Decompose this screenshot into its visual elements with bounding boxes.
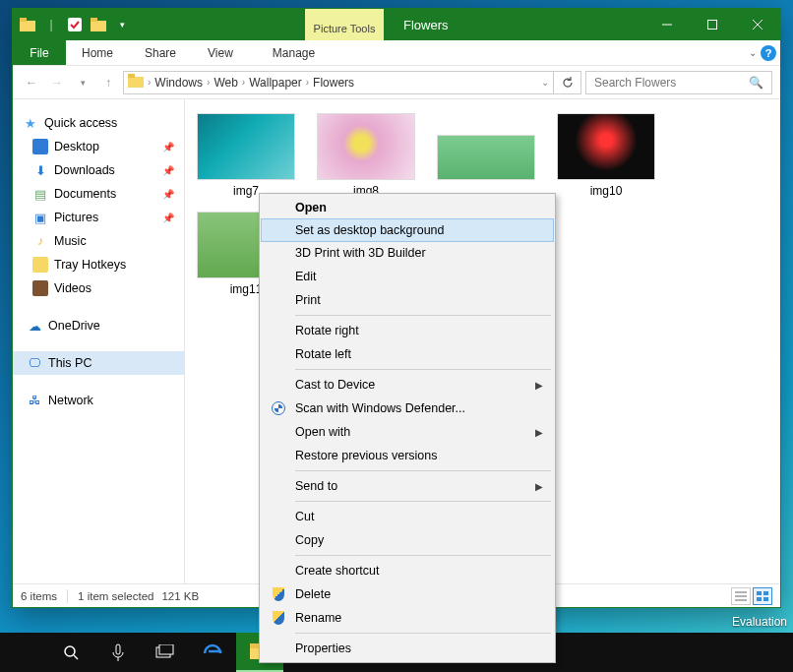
tab-view[interactable]: View — [192, 40, 249, 65]
address-bar[interactable]: › Windows › Web › Wallpaper › Flowers ⌄ — [123, 71, 554, 94]
sidebar-item-documents[interactable]: ▤Documents📌 — [13, 182, 184, 206]
thumbnails-view-button[interactable] — [753, 587, 772, 605]
shield-icon — [270, 609, 287, 627]
sidebar-item-music[interactable]: ♪Music — [13, 229, 184, 253]
sidebar-label: Pictures — [54, 211, 98, 224]
chevron-right-icon[interactable]: › — [148, 77, 151, 88]
refresh-button[interactable] — [554, 71, 581, 94]
svg-rect-4 — [91, 18, 97, 22]
cm-send-to[interactable]: Send to▶ — [262, 474, 553, 498]
picture-tools-tab[interactable]: Picture Tools — [305, 9, 384, 40]
cm-3d-print[interactable]: 3D Print with 3D Builder — [262, 241, 553, 265]
chevron-right-icon[interactable]: › — [207, 77, 210, 88]
thumbnail — [197, 113, 295, 180]
navigation-pane: ★ Quick access Desktop📌 ⬇Downloads📌 ▤Doc… — [13, 99, 185, 583]
start-button[interactable] — [0, 633, 47, 672]
sidebar-label: Music — [54, 234, 87, 248]
maximize-button[interactable] — [690, 9, 735, 40]
pin-icon: 📌 — [162, 142, 174, 153]
chevron-right-icon[interactable]: › — [242, 77, 245, 88]
cortana-icon[interactable] — [94, 633, 142, 672]
sidebar-item-downloads[interactable]: ⬇Downloads📌 — [13, 158, 184, 182]
cm-open[interactable]: Open — [262, 196, 553, 219]
onedrive[interactable]: ☁OneDrive — [13, 314, 184, 337]
crumb-web[interactable]: Web — [214, 76, 237, 90]
cm-rotate-right[interactable]: Rotate right — [262, 319, 553, 342]
ribbon-expand-icon[interactable]: ⌄ — [749, 47, 757, 58]
chevron-right-icon[interactable]: › — [306, 77, 309, 88]
up-button[interactable]: ↑ — [97, 72, 119, 93]
cm-rotate-left[interactable]: Rotate left — [262, 342, 553, 366]
music-icon: ♪ — [32, 233, 48, 249]
this-pc[interactable]: 🖵This PC — [13, 351, 184, 375]
cm-label: Cast to Device — [295, 378, 375, 392]
help-icon[interactable]: ? — [761, 45, 776, 61]
file-item[interactable]: img10 — [555, 113, 657, 198]
search-task-icon[interactable] — [47, 633, 94, 672]
cm-rename[interactable]: Rename — [262, 606, 553, 630]
pictures-icon: ▣ — [32, 210, 48, 225]
videos-icon — [32, 280, 48, 296]
sidebar-item-pictures[interactable]: ▣Pictures📌 — [13, 206, 184, 229]
cm-cut[interactable]: Cut — [262, 505, 553, 528]
svg-rect-26 — [250, 643, 259, 648]
edge-icon[interactable] — [189, 633, 236, 672]
pin-icon: 📌 — [162, 165, 174, 176]
crumb-windows[interactable]: Windows — [154, 76, 203, 90]
cm-create-shortcut[interactable]: Create shortcut — [262, 559, 553, 582]
address-dropdown-icon[interactable]: ⌄ — [541, 77, 549, 88]
svg-rect-17 — [757, 597, 762, 601]
forward-button[interactable]: → — [46, 72, 68, 93]
context-menu: Open Set as desktop background 3D Print … — [259, 193, 556, 663]
file-item[interactable]: img8 — [315, 113, 417, 198]
cloud-icon: ☁ — [27, 318, 42, 334]
svg-line-20 — [74, 655, 78, 659]
svg-rect-3 — [91, 21, 106, 31]
cm-restore-previous[interactable]: Restore previous versions — [262, 444, 553, 467]
quick-access[interactable]: ★ Quick access — [13, 111, 184, 135]
qat-separator: | — [40, 14, 62, 35]
tab-share[interactable]: Share — [129, 40, 192, 65]
details-view-button[interactable] — [731, 587, 751, 605]
cm-print[interactable]: Print — [262, 288, 553, 312]
tab-manage[interactable]: Manage — [257, 40, 331, 65]
search-input[interactable]: Search Flowers 🔍 — [585, 71, 772, 94]
file-item[interactable]: img7 — [195, 113, 297, 198]
file-menu[interactable]: File — [13, 40, 66, 65]
back-button[interactable]: ← — [21, 72, 42, 93]
crumb-wallpaper[interactable]: Wallpaper — [249, 76, 302, 90]
pin-icon: 📌 — [162, 189, 174, 200]
cm-set-desktop-background[interactable]: Set as desktop background — [261, 218, 554, 242]
cm-cast-to-device[interactable]: Cast to Device▶ — [262, 373, 553, 397]
chevron-right-icon: ▶ — [535, 380, 543, 391]
sidebar-item-desktop[interactable]: Desktop📌 — [13, 135, 184, 158]
cm-copy[interactable]: Copy — [262, 528, 553, 552]
properties-icon[interactable] — [64, 14, 86, 35]
cm-delete[interactable]: Delete — [262, 582, 553, 606]
task-view-icon[interactable] — [142, 633, 189, 672]
svg-rect-15 — [763, 591, 768, 595]
recent-dropdown[interactable]: ▾ — [72, 72, 93, 93]
cm-open-with[interactable]: Open with▶ — [262, 420, 553, 444]
cm-label: Delete — [295, 587, 331, 601]
cm-edit[interactable]: Edit — [262, 265, 553, 288]
network[interactable]: 🖧Network — [13, 389, 184, 412]
desktop-icon — [32, 139, 48, 154]
tab-home[interactable]: Home — [66, 40, 129, 65]
crumb-flowers[interactable]: Flowers — [313, 76, 354, 90]
sidebar-label: This PC — [48, 356, 92, 370]
sidebar-label: OneDrive — [48, 319, 100, 333]
sidebar-item-tray-hotkeys[interactable]: Tray Hotkeys — [13, 253, 184, 276]
minimize-button[interactable] — [644, 9, 690, 40]
cm-properties[interactable]: Properties — [262, 637, 553, 660]
sidebar-item-videos[interactable]: Videos — [13, 276, 184, 300]
close-button[interactable] — [735, 9, 780, 40]
qat-dropdown-icon[interactable]: ▾ — [111, 14, 133, 35]
sidebar-label: Videos — [54, 281, 92, 295]
cm-scan-defender[interactable]: Scan with Windows Defender... — [262, 397, 553, 420]
star-icon: ★ — [23, 115, 38, 131]
svg-rect-14 — [757, 591, 762, 595]
selection-count: 1 item selected — [78, 590, 153, 602]
new-folder-icon[interactable] — [88, 14, 109, 35]
file-item[interactable]: img9 — [435, 135, 537, 198]
